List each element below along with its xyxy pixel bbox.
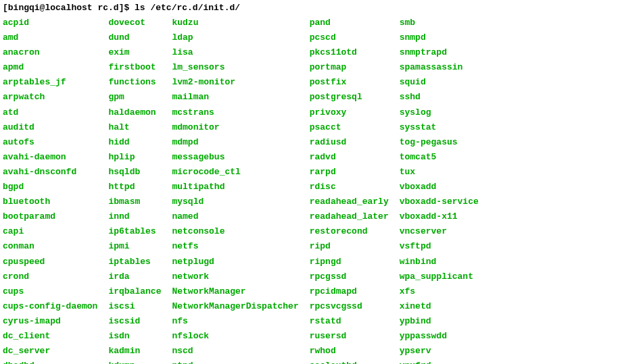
ls-entry: vncserver [400,224,479,239]
ls-entry: vboxadd [400,180,479,194]
ls-entry: NetworkManager [172,284,298,299]
ls-entry: sshd [400,90,479,105]
ls-entry: bootparamd [3,209,97,224]
ls-entry: NetworkManagerDispatcher [172,299,298,314]
ls-entry: ypbind [400,314,479,329]
ls-entry: mcstrans [172,105,298,120]
ls-entry: psacct [310,120,389,135]
ls-entry: ipmi [108,239,161,254]
ls-entry: squid [400,75,479,90]
prompt-command: ls /etc/rc.d/init.d/ [135,3,240,13]
ls-entry: avahi-daemon [3,150,97,165]
ls-entry: smb [400,16,479,30]
ls-entry: spamassassin [400,60,479,75]
ls-entry: postgresql [310,90,389,105]
ls-entry: radiusd [310,135,389,150]
ls-entry: lvm2-monitor [172,75,298,90]
ls-entry: irda [108,269,161,284]
ls-entry: functions [108,75,161,90]
ls-entry: named [172,209,298,224]
ls-entry: kdump [108,359,161,364]
ls-entry: hsqldb [108,165,161,180]
ls-entry: amd [3,30,97,45]
ls-entry: sysstat [400,120,479,135]
ls-entry: cups-config-daemon [3,299,97,314]
ls-entry: bluetooth [3,194,97,209]
ls-entry: iscsi [108,299,161,314]
ls-entry: network [172,269,298,284]
ls-entry: isdn [108,329,161,344]
ls-entry: mailman [172,90,298,105]
ls-entry: vboxadd-service [400,194,479,209]
ls-entry: netconsole [172,224,298,239]
ls-entry: cpuspeed [3,255,97,269]
ls-entry: hplip [108,150,161,165]
ls-entry: multipathd [172,180,298,194]
ls-entry: arpwatch [3,90,97,105]
ls-entry: autofs [3,135,97,150]
ls-entry: ntpd [172,359,298,364]
ls-entry: rdisc [310,180,389,194]
ls-entry: avahi-dnsconfd [3,165,97,180]
ls-entry: rpcidmapd [310,284,389,299]
ls-entry: iptables [108,255,161,269]
ls-entry: xinetd [400,299,479,314]
ls-column-4: smbsnmpdsnmptrapdspamassassinsquidsshdsy… [400,16,490,364]
ls-entry: irqbalance [108,284,161,299]
ls-entry: dc_server [3,344,97,359]
ls-entry: anacron [3,45,97,60]
ls-entry: tomcat5 [400,150,479,165]
ls-entry: readahead_early [310,194,389,209]
ls-entry: atd [3,105,97,120]
prompt-user-host: [bingqi@localhost rc.d]$ [3,3,135,13]
ls-entry: cyrus-imapd [3,314,97,329]
ls-column-0: acpidamdanacronapmdarptables_jfarpwatcha… [3,16,108,364]
ls-entry: halt [108,120,161,135]
ls-entry: crond [3,269,97,284]
ls-entry: apmd [3,60,97,75]
ls-entry: ripngd [310,255,389,269]
ls-entry: hidd [108,135,161,150]
ls-entry: ypserv [400,344,479,359]
ls-entry: auditd [3,120,97,135]
ls-entry: yppasswdd [400,329,479,344]
ls-entry: nfslock [172,329,298,344]
ls-entry: privoxy [310,105,389,120]
ls-entry: haldaemon [108,105,161,120]
ls-entry: rusersd [310,329,389,344]
ls-entry: dc_client [3,329,97,344]
ls-entry: snmpd [400,30,479,45]
ls-entry: wpa_supplicant [400,269,479,284]
ls-entry: mdmonitor [172,120,298,135]
ls-entry: arptables_jf [3,75,97,90]
ls-entry: ypxfrd [400,359,479,364]
ls-entry: saslauthd [310,359,389,364]
ls-entry: ripd [310,239,389,254]
ls-entry: readahead_later [310,209,389,224]
ls-entry: capi [3,224,97,239]
ls-column-3: pandpcscdpkcs11otdportmappostfixpostgres… [310,16,400,364]
ls-entry: tux [400,165,479,180]
ls-entry: nscd [172,344,298,359]
ls-entry: restorecond [310,224,389,239]
ls-entry: mysqld [172,194,298,209]
ls-entry: gpm [108,90,161,105]
ls-entry: mdmpd [172,135,298,150]
ls-entry: dund [108,30,161,45]
ls-entry: cups [3,284,97,299]
ls-entry: ibmasm [108,194,161,209]
ls-entry: iscsid [108,314,161,329]
ls-output-columns: acpidamdanacronapmdarptables_jfarpwatcha… [3,16,615,364]
ls-entry: winbind [400,255,479,269]
ls-entry: httpd [108,180,161,194]
ls-entry: exim [108,45,161,60]
ls-entry: innd [108,209,161,224]
ls-entry: xfs [400,284,479,299]
ls-entry: pcscd [310,30,389,45]
terminal-prompt-line: [bingqi@localhost rc.d]$ ls /etc/rc.d/in… [3,3,615,13]
ls-entry: vboxadd-x11 [400,209,479,224]
ls-entry: microcode_ctl [172,165,298,180]
ls-entry: rarpd [310,165,389,180]
ls-entry: kudzu [172,16,298,30]
ls-entry: ip6tables [108,224,161,239]
